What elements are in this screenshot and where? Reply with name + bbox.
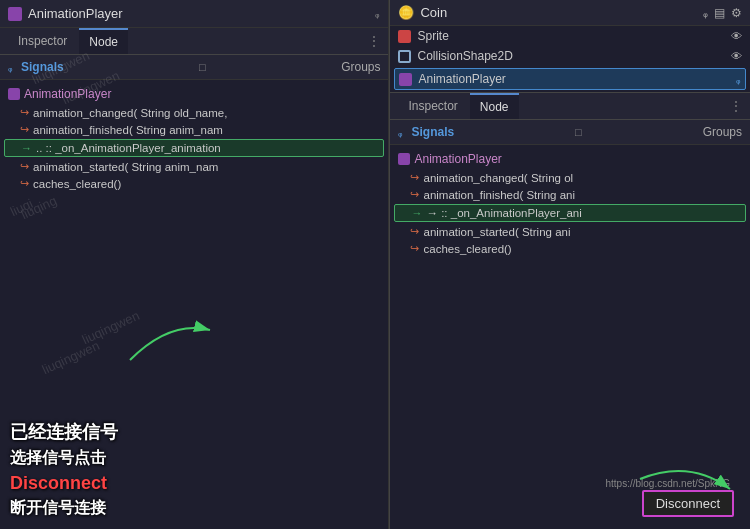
right-signal-name-0: animation_changed( String ol (423, 172, 573, 184)
right-tab-inspector[interactable]: Inspector (398, 94, 467, 118)
left-signal-name-2: .. :: _on_AnimationPlayer_animation (36, 142, 221, 154)
right-signal-arrow-2: → (411, 207, 422, 219)
right-signal-item-4[interactable]: ↪ caches_cleared() (390, 240, 750, 257)
sprite-icon (398, 30, 411, 43)
right-signals-header: ᵩ Signals □ Groups (390, 120, 750, 145)
coin-icon: 🪙 (398, 5, 414, 20)
right-signal-arrow-0: ↪ (410, 171, 419, 184)
left-tree-header: AnimationPlayer (0, 84, 388, 104)
sprite-label: Sprite (417, 29, 448, 43)
scene-grid-btn[interactable]: ▤ (714, 6, 725, 20)
right-signals-label: Signals (411, 125, 454, 139)
left-groups-icon: □ (199, 61, 206, 73)
right-signal-item-2[interactable]: → → :: _on_AnimationPlayer_ani (394, 204, 746, 222)
collision-eye-icon[interactable]: 👁 (731, 50, 742, 62)
annotation-arrow (120, 310, 220, 370)
right-signal-arrow-1: ↪ (410, 188, 419, 201)
right-signal-item-3[interactable]: ↪ animation_started( String ani (390, 223, 750, 240)
left-signal-name-1: animation_finished( String anim_nam (33, 124, 223, 136)
left-signal-name-4: caches_cleared() (33, 178, 121, 190)
right-tree-icon (398, 153, 410, 165)
anim-player-icon-left (8, 7, 22, 21)
left-signal-arrow-1: ↪ (20, 123, 29, 136)
left-signal-arrow-0: ↪ (20, 106, 29, 119)
left-node-name: AnimationPlayer (28, 6, 369, 21)
right-groups-label: Groups (703, 125, 742, 139)
right-tree-label: AnimationPlayer (414, 152, 501, 166)
left-signal-item-3[interactable]: ↪ animation_started( String anim_nam (0, 158, 388, 175)
left-signal-arrow-3: ↪ (20, 160, 29, 173)
right-signal-arrow-3: ↪ (410, 225, 419, 238)
left-signal-name-3: animation_started( String anim_nam (33, 161, 218, 173)
disconnect-button[interactable]: Disconnect (642, 490, 734, 517)
anim-icon-right (399, 73, 412, 86)
main-container: AnimationPlayer ᵩ Inspector Node ⋮ ᵩ Sig… (0, 0, 750, 529)
left-tab-menu[interactable]: ⋮ (368, 34, 380, 48)
left-signals-header: ᵩ Signals □ Groups (0, 55, 388, 80)
right-signal-item-1[interactable]: ↪ animation_finished( String ani (390, 186, 750, 203)
right-groups-icon: □ (575, 126, 582, 138)
right-signal-arrow-4: ↪ (410, 242, 419, 255)
left-signals-label: Signals (21, 60, 64, 74)
right-tab-menu[interactable]: ⋮ (730, 99, 742, 113)
right-scene-header: 🪙 Coin ᵩ ▤ ⚙ (390, 0, 750, 26)
right-scene-nodes: Sprite 👁 CollisionShape2D 👁 AnimationPla… (390, 26, 750, 93)
right-signal-tree: AnimationPlayer ↪ animation_changed( Str… (390, 145, 750, 261)
left-signal-item-0[interactable]: ↪ animation_changed( String old_name, (0, 104, 388, 121)
left-signal-item-4[interactable]: ↪ caches_cleared() (0, 175, 388, 192)
right-signal-item-0[interactable]: ↪ animation_changed( String ol (390, 169, 750, 186)
annotation-line4: 断开信号连接 (10, 498, 118, 519)
scene-header-icons: ᵩ ▤ ⚙ (703, 6, 742, 20)
right-signal-name-2: → :: _on_AnimationPlayer_ani (426, 207, 581, 219)
right-tree-header: AnimationPlayer (390, 149, 750, 169)
right-inspector-tabs: Inspector Node ⋮ (390, 93, 750, 120)
annotation-layer: 已经连接信号 选择信号点击 Disconnect 断开信号连接 (10, 420, 118, 519)
watermark-2: liuqing (19, 193, 59, 222)
watermark-3: liuqingwen (80, 308, 142, 348)
left-signal-tree: AnimationPlayer ↪ animation_changed( Str… (0, 80, 388, 196)
left-node-header: AnimationPlayer ᵩ (0, 0, 388, 28)
right-tab-node[interactable]: Node (470, 93, 519, 119)
left-signal-arrow-4: ↪ (20, 177, 29, 190)
left-panel: AnimationPlayer ᵩ Inspector Node ⋮ ᵩ Sig… (0, 0, 389, 529)
left-signal-icon: ᵩ (375, 7, 380, 20)
coin-label: Coin (420, 5, 447, 20)
left-tab-inspector[interactable]: Inspector (8, 29, 77, 53)
annotation-line1: 已经连接信号 (10, 420, 118, 444)
annotation-line3: Disconnect (10, 473, 118, 494)
left-tab-node[interactable]: Node (79, 28, 128, 54)
right-panel: 🪙 Coin ᵩ ▤ ⚙ Sprite 👁 CollisionShape2D 👁 (390, 0, 750, 529)
right-signal-name-4: caches_cleared() (423, 243, 511, 255)
left-signal-item-1[interactable]: ↪ animation_finished( String anim_nam (0, 121, 388, 138)
anim-label-right: AnimationPlayer (418, 72, 505, 86)
scene-node-animplayer[interactable]: AnimationPlayer ᵩ (394, 68, 746, 90)
annotation-line2: 选择信号点击 (10, 448, 118, 469)
scene-settings-btn[interactable]: ⚙ (731, 6, 742, 20)
left-signal-name-0: animation_changed( String old_name, (33, 107, 227, 119)
sprite-eye-icon[interactable]: 👁 (731, 30, 742, 42)
right-signals-icon: ᵩ (398, 126, 403, 139)
left-signals-icon: ᵩ (8, 61, 13, 74)
scene-node-sprite[interactable]: Sprite 👁 (390, 26, 750, 46)
left-signal-arrow-2: → (21, 142, 32, 154)
url-label: https://blog.csdn.net/SpkNG (605, 478, 730, 489)
left-inspector-tabs: Inspector Node ⋮ (0, 28, 388, 55)
left-signal-item-2[interactable]: → .. :: _on_AnimationPlayer_animation (4, 139, 384, 157)
anim-signal-icon: ᵩ (736, 73, 741, 86)
collision-icon (398, 50, 411, 63)
right-signal-name-1: animation_finished( String ani (423, 189, 575, 201)
left-groups-label: Groups (341, 60, 380, 74)
left-tree-label: AnimationPlayer (24, 87, 111, 101)
right-signal-name-3: animation_started( String ani (423, 226, 570, 238)
scene-signal-btn[interactable]: ᵩ (703, 6, 708, 20)
left-tree-icon (8, 88, 20, 100)
collision-label: CollisionShape2D (417, 49, 512, 63)
scene-node-collision[interactable]: CollisionShape2D 👁 (390, 46, 750, 66)
